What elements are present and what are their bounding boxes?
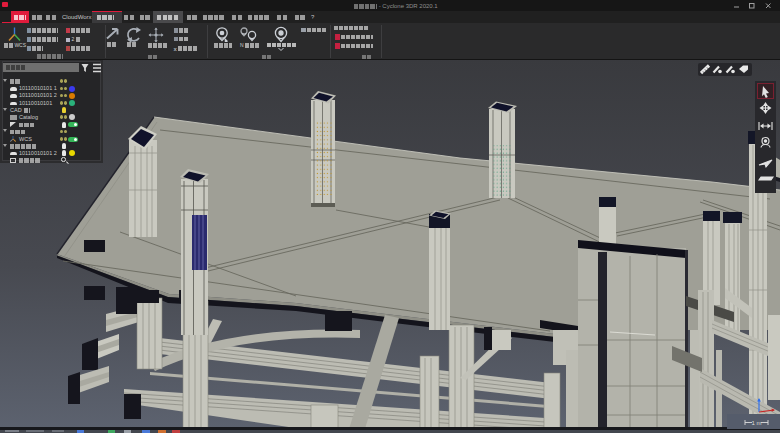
- svg-text:1 m: 1 m: [751, 420, 761, 426]
